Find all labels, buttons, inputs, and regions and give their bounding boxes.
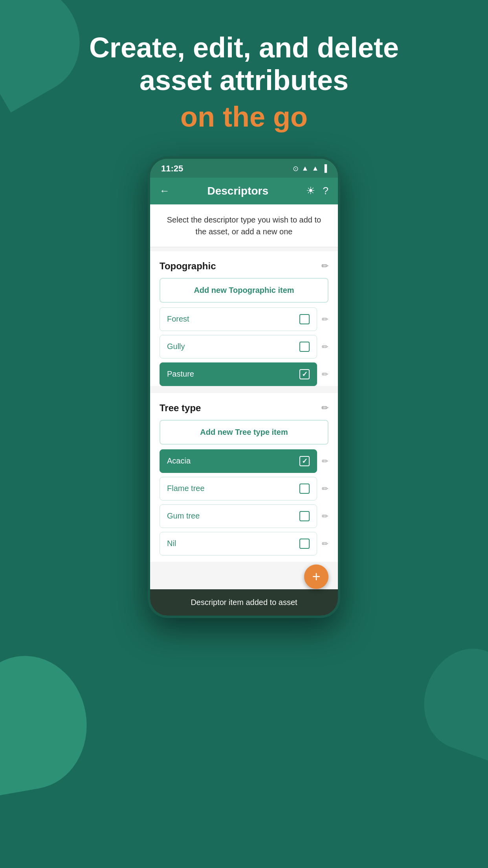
acacia-label: Acacia — [167, 456, 191, 465]
forest-label: Forest — [167, 314, 189, 324]
list-row: Forest ✏ — [160, 307, 328, 331]
nil-edit-icon[interactable]: ✏ — [322, 539, 328, 548]
battery-icon: ▐ — [322, 164, 327, 173]
header-line1: Create, edit, and delete — [89, 31, 399, 64]
forest-item[interactable]: Forest — [160, 307, 317, 331]
topographic-section-header: Topographic ✏ — [160, 261, 328, 272]
bg-leaf-right — [410, 636, 488, 762]
gully-edit-icon[interactable]: ✏ — [322, 342, 328, 351]
list-row: Acacia ✓ ✏ — [160, 449, 328, 473]
gum-tree-label: Gum tree — [167, 511, 200, 520]
signal-icon: ▲ — [312, 164, 319, 173]
add-tree-type-button[interactable]: Add new Tree type item — [160, 420, 328, 445]
forest-edit-icon[interactable]: ✏ — [322, 314, 328, 324]
list-row: Gum tree ✏ — [160, 504, 328, 528]
acacia-checkbox[interactable]: ✓ — [299, 456, 310, 466]
phone-body: Select the descriptor type you wish to a… — [150, 204, 338, 616]
tree-type-section-header: Tree type ✏ — [160, 403, 328, 414]
flame-tree-checkbox[interactable] — [299, 484, 310, 494]
toast-message: Descriptor item added to asset — [150, 589, 338, 616]
pasture-item[interactable]: Pasture ✓ — [160, 362, 317, 386]
nil-label: Nil — [167, 539, 176, 548]
header-line3: on the go — [89, 101, 399, 133]
back-button[interactable]: ← — [160, 185, 170, 197]
content-area: Select the descriptor type you wish to a… — [150, 204, 338, 589]
gum-tree-edit-icon[interactable]: ✏ — [322, 511, 328, 521]
app-bar: ← Descriptors ☀ ? — [150, 178, 338, 204]
forest-checkbox[interactable] — [299, 314, 310, 324]
status-icons: ⊙ ▲ ▲ ▐ — [293, 164, 327, 173]
app-bar-title: Descriptors — [207, 185, 268, 197]
status-bar: 11:25 ⊙ ▲ ▲ ▐ — [150, 159, 338, 178]
list-row: Flame tree ✏ — [160, 477, 328, 500]
help-button[interactable]: ? — [323, 185, 328, 197]
header-line2: asset attributes — [89, 64, 399, 97]
list-row: Pasture ✓ ✏ — [160, 362, 328, 386]
gully-checkbox[interactable] — [299, 342, 310, 352]
topographic-title: Topographic — [160, 261, 216, 272]
pasture-label: Pasture — [167, 370, 194, 379]
tree-type-edit-icon[interactable]: ✏ — [321, 403, 328, 413]
tree-type-section: Tree type ✏ Add new Tree type item Acaci… — [150, 393, 338, 562]
instruction-text: Select the descriptor type you wish to a… — [150, 204, 338, 247]
app-bar-icons: ☀ ? — [306, 185, 328, 197]
acacia-item[interactable]: Acacia ✓ — [160, 449, 317, 473]
nil-checkbox[interactable] — [299, 539, 310, 549]
gully-item[interactable]: Gully — [160, 335, 317, 359]
wifi-icon: ▲ — [302, 164, 309, 173]
list-row: Gully ✏ — [160, 335, 328, 359]
status-time: 11:25 — [161, 164, 183, 174]
flame-tree-edit-icon[interactable]: ✏ — [322, 484, 328, 493]
phone-mockup: 11:25 ⊙ ▲ ▲ ▐ ← Descriptors ☀ ? Select t… — [148, 156, 340, 618]
list-row: Nil ✏ — [160, 532, 328, 562]
topographic-edit-icon[interactable]: ✏ — [321, 261, 328, 271]
acacia-checkmark: ✓ — [302, 457, 308, 465]
fab-add-button[interactable]: + — [304, 565, 328, 589]
topographic-section: Topographic ✏ Add new Topographic item F… — [150, 251, 338, 386]
add-topographic-button[interactable]: Add new Topographic item — [160, 278, 328, 303]
pasture-checkbox[interactable]: ✓ — [299, 369, 310, 379]
pasture-checkmark: ✓ — [302, 370, 308, 379]
brightness-button[interactable]: ☀ — [306, 185, 315, 197]
flame-tree-label: Flame tree — [167, 484, 205, 493]
location-icon: ⊙ — [293, 164, 299, 173]
gum-tree-item[interactable]: Gum tree — [160, 504, 317, 528]
bg-leaf-bottom-left — [0, 647, 97, 799]
promo-header: Create, edit, and delete asset attribute… — [58, 31, 430, 133]
nil-item[interactable]: Nil — [160, 532, 317, 555]
gum-tree-checkbox[interactable] — [299, 511, 310, 521]
acacia-edit-icon[interactable]: ✏ — [322, 456, 328, 466]
gully-label: Gully — [167, 342, 185, 351]
flame-tree-item[interactable]: Flame tree — [160, 477, 317, 500]
pasture-edit-icon[interactable]: ✏ — [322, 370, 328, 379]
tree-type-title: Tree type — [160, 403, 201, 414]
